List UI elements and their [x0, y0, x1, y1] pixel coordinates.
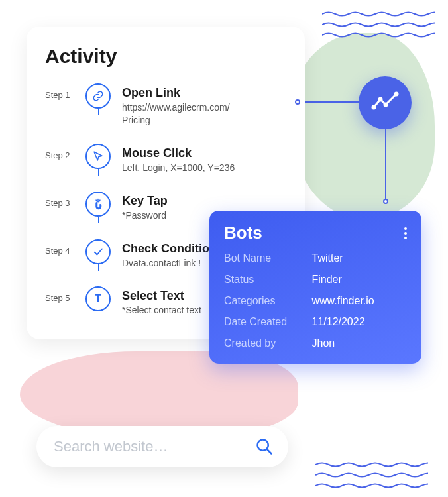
search-input[interactable] — [54, 438, 255, 455]
more-icon[interactable] — [404, 227, 407, 239]
bots-key: Categories — [224, 295, 311, 307]
cursor-icon — [85, 144, 111, 169]
step-subtitle: *Select contact text — [122, 304, 201, 317]
svg-point-3 — [394, 92, 399, 97]
step-label: Step 4 — [45, 239, 74, 256]
step-connector — [98, 169, 99, 176]
step-subtitle: *Password — [122, 209, 168, 222]
step-title: Open Link — [122, 86, 230, 100]
text-icon: T — [85, 286, 111, 311]
step-subtitle: https://www.agilecrm.com/Pricing — [122, 101, 230, 127]
svg-point-1 — [378, 97, 383, 102]
bg-blob-green — [289, 33, 435, 219]
connector-dot — [295, 99, 300, 105]
activity-step[interactable]: Step 1Open Linkhttps://www.agilecrm.com/… — [45, 83, 286, 144]
bots-card: Bots Bot NameTwitterStatusFinderCategori… — [209, 211, 421, 364]
activity-title: Activity — [45, 45, 286, 68]
svg-point-0 — [372, 105, 376, 110]
bg-blob-pink — [20, 351, 298, 437]
bots-value: Jhon — [311, 337, 407, 349]
bots-value: Twitter — [311, 252, 407, 264]
connector-line — [385, 129, 386, 202]
bots-row: Date Created11/12/2022 — [224, 316, 407, 328]
svg-point-2 — [384, 103, 388, 107]
bots-value: Finder — [311, 274, 407, 286]
step-subtitle: Dvata.contactLink ! — [122, 257, 217, 270]
check-icon — [85, 239, 111, 264]
analytics-badge[interactable] — [359, 76, 412, 129]
bots-key: Created by — [224, 337, 311, 349]
waves-top — [322, 8, 435, 40]
bots-key: Date Created — [224, 316, 311, 328]
bots-key: Bot Name — [224, 252, 311, 264]
bots-title: Bots — [224, 223, 262, 243]
step-title: Select Text — [122, 289, 201, 303]
step-connector — [98, 217, 99, 223]
bots-row: Categorieswww.finder.io — [224, 295, 407, 307]
bots-value: 11/12/2022 — [311, 316, 407, 328]
bots-row: Bot NameTwitter — [224, 252, 407, 264]
activity-step[interactable]: Step 2Mouse ClickLeft, Login, X=1000, Y=… — [45, 144, 286, 192]
link-icon — [85, 83, 111, 109]
bots-value: www.finder.io — [311, 295, 407, 307]
step-label: Step 1 — [45, 83, 74, 100]
search-bar[interactable] — [36, 426, 288, 467]
step-title: Key Tap — [122, 194, 168, 208]
step-title: Mouse Click — [122, 146, 235, 160]
step-subtitle: Left, Login, X=1000, Y=236 — [122, 162, 235, 174]
bots-key: Status — [224, 274, 311, 286]
bots-row: StatusFinder — [224, 274, 407, 286]
step-title: Check Condition — [122, 242, 217, 256]
waves-bottom — [315, 459, 428, 490]
bots-row: Created byJhon — [224, 337, 407, 349]
search-icon[interactable] — [255, 437, 274, 456]
step-label: Step 2 — [45, 144, 74, 160]
connector-dot — [383, 199, 388, 204]
step-connector — [98, 109, 99, 115]
step-connector — [98, 264, 99, 271]
step-label: Step 3 — [45, 192, 74, 208]
tap-icon — [85, 192, 111, 217]
analytics-icon — [370, 87, 400, 118]
step-label: Step 5 — [45, 286, 74, 303]
svg-line-5 — [267, 449, 272, 454]
